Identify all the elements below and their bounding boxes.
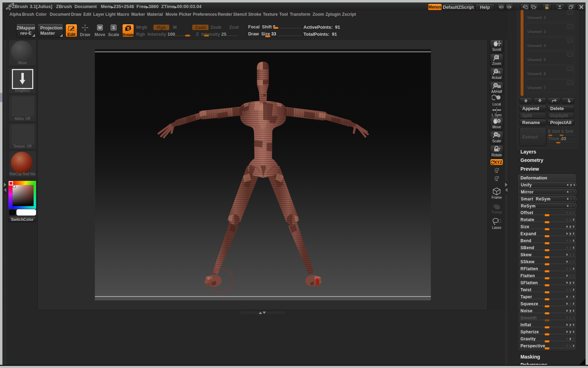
svg-text:M: M [98,25,102,30]
svg-text:Y: Y [496,170,498,173]
svg-text:R: R [127,27,130,31]
svg-text:Z: Z [496,178,498,182]
svg-text:S: S [112,25,115,30]
svg-text:x1: x1 [497,70,500,74]
